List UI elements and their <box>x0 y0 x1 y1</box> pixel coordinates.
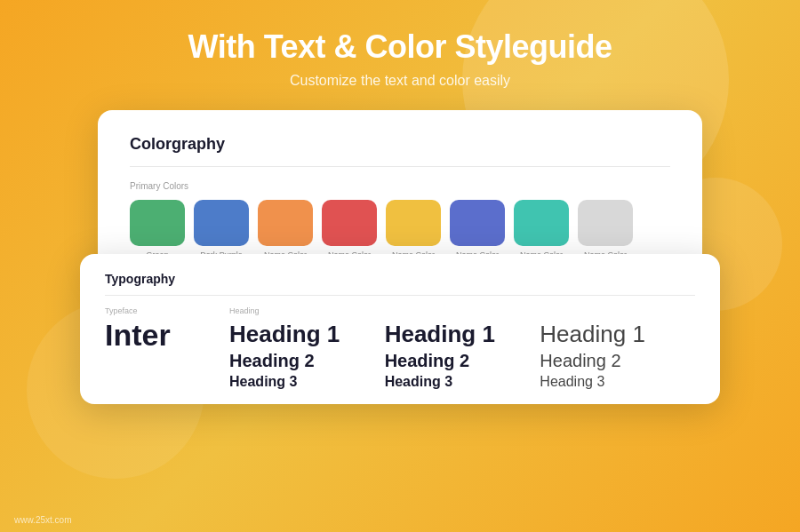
heading1-bold: Heading 1 <box>229 321 385 348</box>
color-swatch-box <box>578 200 633 246</box>
primary-colors-label: Primary Colors <box>130 181 670 191</box>
color-swatch-box <box>514 200 569 246</box>
heading2-regular: Heading 2 <box>385 350 540 371</box>
heading1-light: Heading 1 <box>540 321 695 348</box>
heading-col-bold: Heading Heading 1 Heading 2 Heading 3 <box>229 306 385 390</box>
color-swatches: GreenDark PurpleName ColorName ColorName… <box>130 200 670 259</box>
color-swatch-item: Dark Purple <box>194 200 249 259</box>
typography-title: Typography <box>105 272 695 286</box>
heading1-regular: Heading 1 <box>385 321 540 348</box>
colorgraphy-divider <box>130 166 670 167</box>
color-swatch-item: Name Color <box>450 200 505 259</box>
typeface-label: Typeface <box>105 306 229 315</box>
color-swatch-box <box>450 200 505 246</box>
cards-container: Colorgraphy Primary Colors GreenDark Pur… <box>62 110 738 404</box>
heading3-bold: Heading 3 <box>229 373 385 390</box>
heading2-bold: Heading 2 <box>229 350 385 371</box>
font-name: Inter <box>105 319 229 352</box>
heading-col-light: Heading Heading 1 Heading 2 Heading 3 <box>540 306 695 390</box>
typo-divider <box>105 295 695 296</box>
sub-title: Customize the text and color easily <box>0 73 800 89</box>
header-section: With Text & Color Styleguide Customize t… <box>0 0 800 89</box>
color-swatch-box <box>322 200 377 246</box>
main-title: With Text & Color Styleguide <box>0 28 800 66</box>
color-swatch-box <box>194 200 249 246</box>
heading3-light: Heading 3 <box>540 373 695 390</box>
typo-grid: Typeface Inter Heading Heading 1 Heading… <box>105 306 695 390</box>
color-swatch-box <box>386 200 441 246</box>
watermark: www.25xt.com <box>14 515 71 525</box>
heading-col-regular: Heading Heading 1 Heading 2 Heading 3 <box>385 306 540 390</box>
color-swatch-item: Name Color <box>322 200 377 259</box>
typeface-col: Typeface Inter <box>105 306 229 352</box>
color-swatch-box <box>258 200 313 246</box>
color-swatch-item: Green <box>130 200 185 259</box>
typography-card: Typography Typeface Inter Heading Headin… <box>80 254 720 404</box>
color-swatch-item: Name Color <box>578 200 633 259</box>
colorgraphy-title: Colorgraphy <box>130 135 670 154</box>
color-swatch-item: Name Color <box>258 200 313 259</box>
color-swatch-box <box>130 200 185 246</box>
heading3-regular: Heading 3 <box>385 373 540 390</box>
color-swatch-item: Name Color <box>514 200 569 259</box>
heading2-light: Heading 2 <box>540 350 695 371</box>
color-swatch-item: Name Color <box>386 200 441 259</box>
heading-label-1: Heading <box>229 306 385 315</box>
